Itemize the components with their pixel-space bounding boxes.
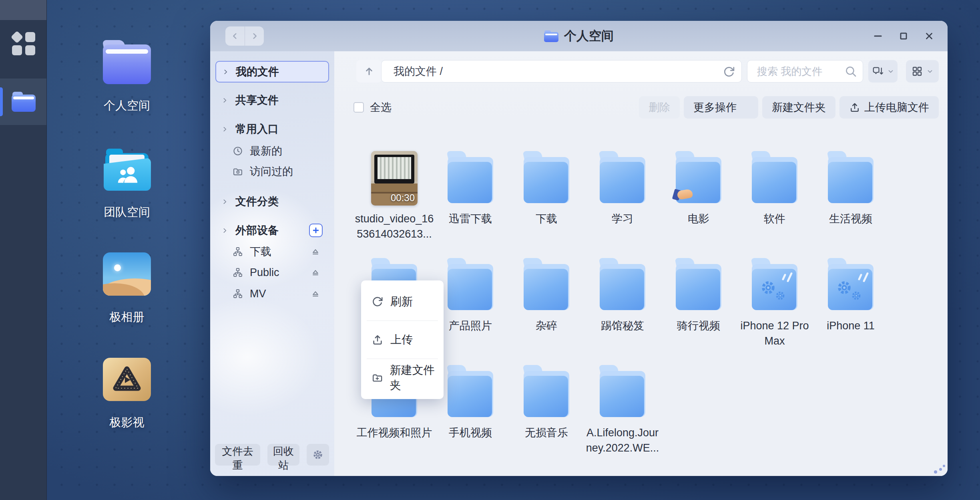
shared-folder-icon [676,151,721,203]
file-item-folder[interactable]: 下载 [508,151,584,258]
more-actions-button[interactable]: 更多操作 [684,96,758,119]
file-item-folder[interactable]: 无损音乐 [508,365,584,472]
context-menu-refresh[interactable]: 刷新 [361,283,444,321]
chevron-right-icon [221,198,228,205]
sidebar-item-my-files[interactable]: 我的文件 [215,61,329,83]
minimize-button[interactable] [870,28,886,44]
dock-top-strip [0,0,46,20]
file-item-folder[interactable]: 生活视频 [813,151,889,258]
desktop-shortcut-team-space[interactable]: 团队空间 [103,147,151,220]
file-item-folder[interactable]: 产品照片 [432,258,508,365]
back-button[interactable] [225,26,245,46]
personal-space-folder-icon [103,40,151,84]
chevron-down-icon [926,68,934,75]
sidebar-item-device-mv[interactable]: MV [210,285,334,302]
maximize-button[interactable] [896,28,912,44]
close-button[interactable] [921,28,937,44]
folder-icon [752,151,797,203]
dock-files-section [0,79,46,125]
settings-button[interactable] [307,444,329,466]
shortcut-label: 个人空间 [87,98,167,114]
folder-icon [600,365,645,417]
refresh-button[interactable] [721,63,737,80]
delete-button[interactable]: 删除 [639,96,680,119]
desktop: 个人空间 团队空间 极相册 极影视 个人空间 [0,0,980,500]
eject-icon[interactable] [310,246,321,257]
file-item-folder[interactable]: 杂碎 [508,258,584,365]
file-item-shared-folder[interactable]: 电影 [661,151,737,258]
folder-icon [828,151,874,203]
file-item-video[interactable]: 00:30 studio_video_16 53614032613... [356,151,432,258]
desktop-shortcut-movies[interactable]: 极影视 [103,358,151,431]
folder-icon [448,258,493,310]
sort-button[interactable] [868,60,898,83]
sidebar: 我的文件 共享文件 常用入口 最新的 访问过的 [210,51,334,476]
plus-icon [312,226,320,234]
file-item-backup-folder[interactable]: iPhone 12 Pro Max [737,258,813,365]
forward-button[interactable] [245,26,264,46]
select-all-label: 全选 [370,100,392,115]
folder-icon [600,151,645,203]
sidebar-item-recent[interactable]: 最新的 [210,142,334,160]
sidebar-item-file-categories[interactable]: 文件分类 [210,193,334,210]
chevron-right-icon [221,227,228,234]
shortcut-label: 团队空间 [87,204,167,220]
app-launcher-button[interactable] [12,32,35,55]
main-pane: 我的文件 / [334,51,948,476]
select-all-row: 全选 [353,96,392,119]
video-duration-badge: 00:30 [391,192,415,204]
chevron-right-icon [221,97,228,104]
search-input[interactable] [756,65,844,78]
sidebar-item-visited[interactable]: 访问过的 [210,163,334,180]
people-icon [115,164,140,185]
sidebar-item-device-download[interactable]: 下载 [210,243,334,260]
file-item-folder[interactable]: A.Lifelong.Jour ney.2022.WE... [584,365,661,472]
new-folder-button[interactable]: 新建文件夹 [762,96,835,119]
dedupe-button[interactable]: 文件去重 [215,444,260,466]
file-item-backup-folder[interactable]: iPhone 11 [813,258,889,365]
network-device-icon [232,267,243,278]
window-title-group: 个人空间 [210,21,948,51]
file-manager-window: 个人空间 我的文件 共享文件 常用入口 [210,21,948,476]
movie-app-icon [103,358,151,401]
close-icon [924,31,934,41]
up-directory-button[interactable] [356,60,382,83]
sidebar-item-common-entries[interactable]: 常用入口 [210,120,334,138]
folder-icon [524,151,569,203]
shortcut-label: 极影视 [87,415,167,431]
sidebar-item-device-public[interactable]: Public [210,264,334,281]
desktop-shortcut-photo-album[interactable]: 极相册 [103,252,151,325]
chevron-right-icon [221,126,228,133]
upload-pc-files-button[interactable]: 上传电脑文件 [839,96,939,119]
search-icon[interactable] [844,65,857,78]
upload-icon [372,334,384,346]
files-app-button[interactable] [12,92,36,112]
file-item-folder[interactable]: 学习 [584,151,661,258]
eject-icon[interactable] [310,288,321,299]
folder-icon [448,151,493,203]
file-item-folder[interactable]: 软件 [737,151,813,258]
file-item-folder[interactable]: 迅雷下载 [432,151,508,258]
file-item-folder[interactable]: 骑行视频 [661,258,737,365]
network-device-icon [232,246,243,257]
file-item-folder[interactable]: 踢馆秘笈 [584,258,661,365]
add-device-button[interactable] [309,224,323,237]
dock [0,0,47,500]
window-controls [870,21,937,51]
folder-icon [448,365,493,417]
eject-icon[interactable] [310,267,321,278]
sidebar-item-shared-files[interactable]: 共享文件 [210,91,334,109]
titlebar[interactable]: 个人空间 [210,21,948,51]
chevron-left-icon [231,32,239,40]
view-mode-button[interactable] [906,60,939,83]
launcher-diamond-icon [11,31,24,44]
photo-album-icon [103,252,151,296]
select-all-checkbox[interactable] [353,102,364,113]
context-menu-new-folder[interactable]: 新建文件夹 [361,359,444,397]
desktop-shortcut-personal-space[interactable]: 个人空间 [103,40,151,114]
recycle-bin-button[interactable]: 回收站 [267,444,299,466]
file-item-folder[interactable]: 手机视频 [432,365,508,472]
address-bar[interactable]: 我的文件 / [381,60,742,83]
context-menu-upload[interactable]: 上传 [361,321,444,359]
refresh-icon [372,296,384,308]
